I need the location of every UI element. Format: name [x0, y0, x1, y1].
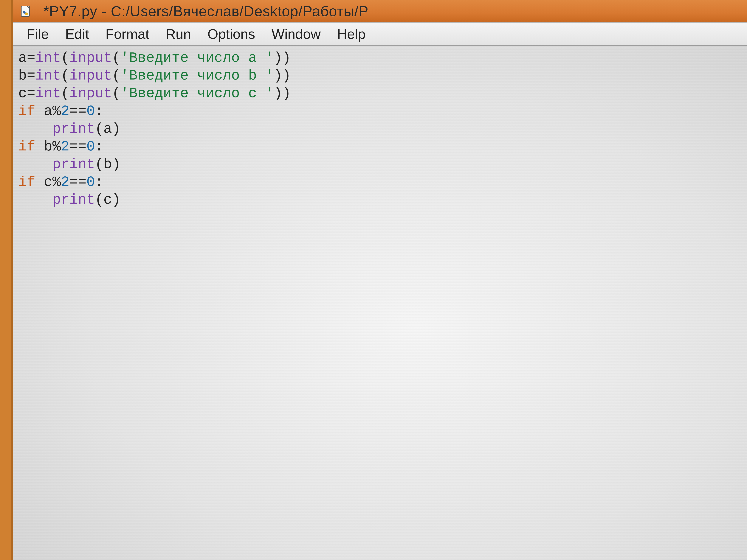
- code-token-name: c: [18, 85, 27, 102]
- code-token-builtin: print: [52, 192, 95, 208]
- code-token-op: )): [274, 50, 291, 66]
- code-token-number: 2: [61, 103, 70, 119]
- code-token-op: (: [112, 50, 121, 66]
- code-token-op: [18, 156, 52, 172]
- code-token-name: b: [44, 139, 52, 155]
- code-token-keyword: if: [18, 139, 35, 155]
- menu-window[interactable]: Window: [263, 24, 329, 44]
- code-token-op: %: [52, 139, 61, 155]
- code-token-op: [35, 174, 44, 190]
- code-token-number: 0: [86, 103, 95, 119]
- menu-edit[interactable]: Edit: [57, 24, 97, 44]
- code-token-op: (: [61, 50, 70, 66]
- code-token-op: (: [95, 192, 103, 208]
- code-token-keyword: if: [18, 103, 35, 119]
- svg-point-2: [23, 11, 26, 14]
- code-token-op: [18, 192, 52, 208]
- code-token-builtin: print: [52, 121, 95, 137]
- code-token-op: )): [274, 68, 291, 84]
- code-token-op: =: [27, 85, 35, 102]
- code-token-op: =: [27, 50, 35, 66]
- code-token-builtin: int: [35, 50, 61, 66]
- code-token-op: (: [112, 85, 121, 102]
- window-title: *PY7.py - C:/Users/Вячеслав/Desktop/Рабо…: [43, 3, 368, 20]
- menu-file[interactable]: File: [18, 24, 57, 44]
- code-token-op: :: [95, 139, 103, 155]
- code-token-builtin: input: [70, 50, 112, 66]
- code-token-op: ==: [70, 103, 86, 119]
- code-token-op: (: [95, 121, 103, 137]
- menu-help[interactable]: Help: [329, 24, 374, 44]
- code-editor[interactable]: a=int(input('Введите число a ')) b=int(i…: [13, 46, 747, 560]
- code-token-op: ): [112, 156, 121, 172]
- code-token-builtin: input: [70, 68, 112, 84]
- menu-options[interactable]: Options: [199, 24, 263, 44]
- code-token-op: %: [52, 103, 61, 119]
- menu-format[interactable]: Format: [97, 24, 157, 44]
- code-token-number: 0: [86, 139, 95, 155]
- code-token-op: [35, 139, 44, 155]
- code-token-op: ): [112, 192, 121, 208]
- menu-bar: File Edit Format Run Options Window Help: [13, 22, 747, 46]
- code-token-number: 2: [61, 139, 70, 155]
- code-token-op: [18, 121, 52, 137]
- code-token-keyword: if: [18, 174, 35, 190]
- svg-point-3: [25, 12, 28, 15]
- menu-run[interactable]: Run: [157, 24, 199, 44]
- code-token-string: 'Введите число c ': [121, 85, 274, 102]
- code-token-builtin: input: [70, 85, 112, 102]
- code-token-op: ==: [70, 174, 86, 190]
- code-token-op: :: [95, 103, 103, 119]
- code-text[interactable]: a=int(input('Введите число a ')) b=int(i…: [18, 49, 741, 209]
- code-token-op: (: [61, 85, 70, 102]
- code-token-name: c: [103, 192, 112, 208]
- code-token-op: (: [61, 68, 70, 84]
- code-token-op: ): [112, 121, 121, 137]
- code-token-op: :: [95, 174, 103, 190]
- code-token-builtin: int: [35, 85, 61, 102]
- code-token-op: =: [27, 68, 35, 84]
- code-token-op: (: [95, 156, 103, 172]
- code-token-op: )): [274, 85, 291, 102]
- code-token-string: 'Введите число a ': [121, 50, 274, 66]
- idle-window: *PY7.py - C:/Users/Вячеслав/Desktop/Рабо…: [11, 0, 747, 560]
- code-token-name: a: [18, 50, 27, 66]
- code-token-number: 0: [86, 174, 95, 190]
- python-file-icon: [20, 5, 32, 17]
- code-token-name: b: [18, 68, 27, 84]
- code-token-name: a: [103, 121, 112, 137]
- code-token-builtin: print: [52, 156, 95, 172]
- code-token-builtin: int: [35, 68, 61, 84]
- code-token-string: 'Введите число b ': [121, 68, 274, 84]
- code-token-op: (: [112, 68, 121, 84]
- code-token-name: a: [44, 103, 52, 119]
- code-token-name: c: [44, 174, 52, 190]
- code-token-name: b: [103, 156, 112, 172]
- code-token-op: [35, 103, 44, 119]
- code-token-op: %: [52, 174, 61, 190]
- code-token-op: ==: [70, 139, 86, 155]
- title-bar[interactable]: *PY7.py - C:/Users/Вячеслав/Desktop/Рабо…: [13, 0, 747, 22]
- code-token-number: 2: [61, 174, 70, 190]
